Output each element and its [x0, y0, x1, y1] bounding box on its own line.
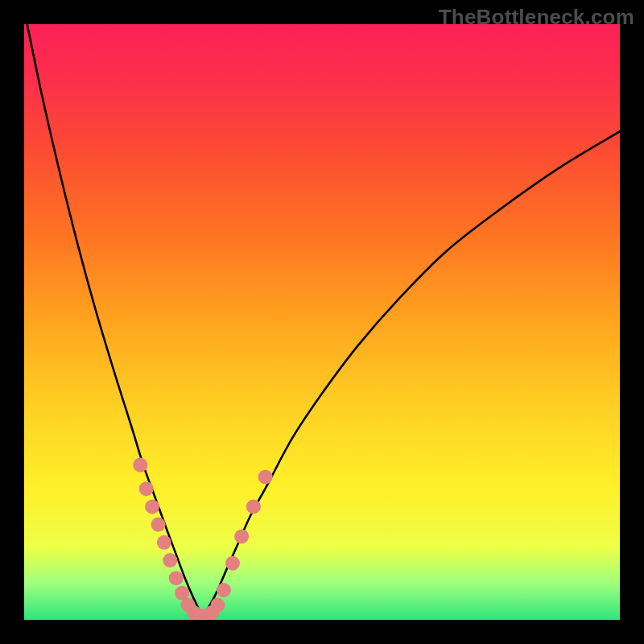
data-marker — [157, 535, 171, 550]
chart-svg — [24, 24, 620, 620]
watermark-text: TheBottleneck.com — [439, 5, 634, 30]
data-marker — [139, 481, 154, 496]
markers-group — [133, 458, 272, 620]
plot-area — [24, 24, 620, 620]
data-marker — [217, 583, 231, 597]
data-marker — [234, 529, 249, 543]
curve-curve-right — [203, 131, 620, 617]
chart-frame: TheBottleneck.com — [0, 0, 644, 644]
data-marker — [211, 598, 225, 613]
data-marker — [225, 556, 240, 571]
data-marker — [151, 518, 166, 532]
data-marker — [246, 499, 261, 514]
data-marker — [169, 571, 184, 585]
data-marker — [133, 458, 147, 473]
data-marker — [163, 553, 177, 568]
data-marker — [145, 499, 159, 514]
data-marker — [258, 469, 273, 484]
curves-group — [27, 24, 620, 617]
curve-curve-left — [27, 24, 203, 617]
